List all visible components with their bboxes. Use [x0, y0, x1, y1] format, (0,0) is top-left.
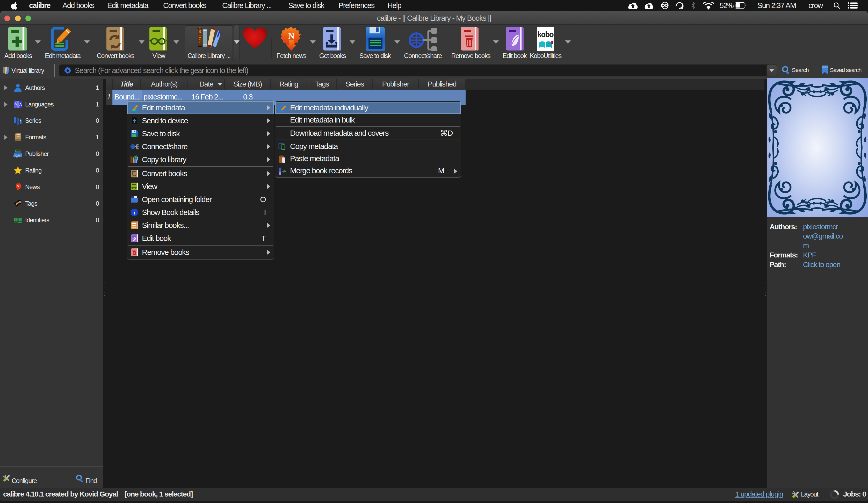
- svg-text:CALIBRE: CALIBRE: [198, 27, 202, 43]
- svg-text:kobo: kobo: [537, 30, 554, 39]
- svg-text:N: N: [17, 184, 19, 188]
- svg-text:あ: あ: [14, 102, 17, 105]
- svg-text:i: i: [134, 209, 135, 216]
- svg-text:N: N: [288, 31, 295, 41]
